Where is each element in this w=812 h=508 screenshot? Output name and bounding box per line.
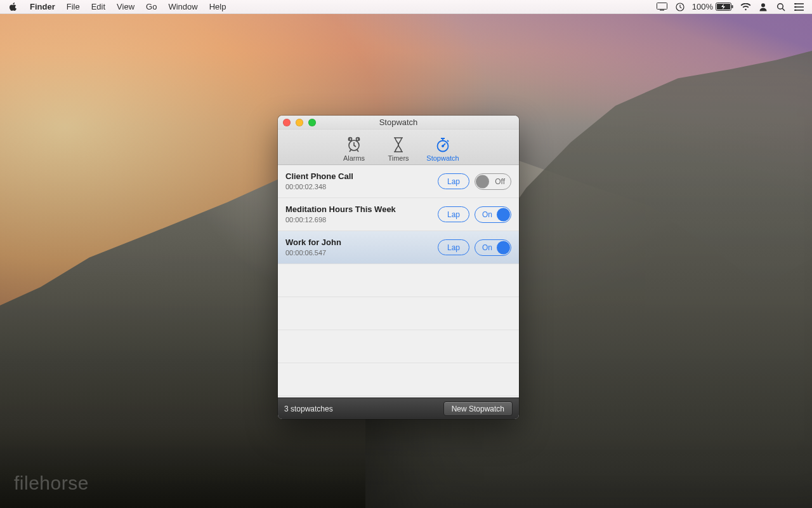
stopwatch-time: 00:00:12.698: [285, 216, 433, 224]
notification-center-icon[interactable]: [793, 2, 804, 12]
stopwatch-name: Meditation Hours This Week: [285, 204, 433, 215]
tab-alarms-label: Alarms: [343, 154, 365, 162]
toggle-label: On: [482, 210, 492, 219]
apple-menu-icon[interactable]: [8, 3, 19, 11]
svg-rect-4: [732, 5, 733, 8]
alarm-clock-icon: [335, 135, 373, 154]
battery-percent: 100%: [692, 2, 713, 11]
run-toggle[interactable]: On: [475, 206, 511, 223]
menu-app-name[interactable]: Finder: [24, 0, 61, 14]
svg-rect-1: [660, 10, 664, 11]
wifi-icon[interactable]: [740, 2, 751, 12]
new-stopwatch-button[interactable]: New Stopwatch: [443, 401, 513, 416]
toggle-label: Off: [495, 177, 505, 186]
tab-timers[interactable]: Timers: [379, 135, 417, 162]
toggle-knob: [497, 241, 510, 254]
list-empty-row: [278, 297, 519, 330]
run-toggle[interactable]: On: [475, 239, 511, 256]
stopwatch-window: Stopwatch Alarms Timers Stopwatch Client…: [278, 116, 519, 419]
toggle-label: On: [482, 243, 492, 252]
menu-edit[interactable]: Edit: [86, 0, 111, 14]
close-button[interactable]: [283, 119, 291, 126]
tab-timers-label: Timers: [388, 154, 409, 162]
svg-point-13: [794, 6, 796, 7]
spotlight-icon[interactable]: [775, 2, 787, 12]
svg-point-7: [778, 3, 783, 9]
stopwatch-time: 00:00:06.547: [285, 249, 433, 257]
zoom-button[interactable]: [308, 119, 316, 126]
stopwatch-time: 00:00:02.348: [285, 183, 433, 191]
svg-point-12: [794, 3, 796, 4]
run-toggle[interactable]: Off: [475, 173, 511, 190]
battery-status[interactable]: 100%: [692, 2, 733, 11]
stopwatch-row[interactable]: Client Phone Call 00:00:02.348 Lap Off: [278, 165, 519, 198]
display-icon[interactable]: [657, 2, 668, 12]
footer-count: 3 stopwatches: [284, 404, 437, 413]
toggle-knob: [476, 175, 489, 188]
minimize-button[interactable]: [296, 119, 303, 126]
tab-alarms[interactable]: Alarms: [335, 135, 373, 162]
stopwatch-name: Work for John: [285, 237, 433, 248]
menu-file[interactable]: File: [61, 0, 86, 14]
svg-point-6: [761, 3, 765, 7]
clock-icon[interactable]: [674, 2, 686, 12]
watermark: filehorse: [14, 472, 89, 494]
stopwatch-row[interactable]: Meditation Hours This Week 00:00:12.698 …: [278, 198, 519, 231]
traffic-lights: [283, 119, 316, 126]
list-empty-row: [278, 363, 519, 396]
menu-go[interactable]: Go: [140, 0, 162, 14]
svg-line-8: [782, 8, 785, 11]
window-title: Stopwatch: [379, 117, 418, 127]
list-empty-row: [278, 264, 519, 297]
svg-point-14: [794, 9, 796, 10]
svg-rect-0: [657, 3, 667, 10]
toolbar: Alarms Timers Stopwatch: [278, 130, 519, 165]
menu-view[interactable]: View: [111, 0, 140, 14]
toggle-knob: [497, 208, 510, 221]
menu-help[interactable]: Help: [204, 0, 232, 14]
stopwatch-icon: [424, 135, 462, 154]
stopwatch-row[interactable]: Work for John 00:00:06.547 Lap On: [278, 231, 519, 264]
hourglass-icon: [379, 135, 417, 154]
lap-button[interactable]: Lap: [438, 239, 469, 255]
lap-button[interactable]: Lap: [438, 206, 469, 222]
window-titlebar[interactable]: Stopwatch: [278, 116, 519, 130]
footer: 3 stopwatches New Stopwatch: [278, 398, 519, 419]
stopwatch-list: Client Phone Call 00:00:02.348 Lap Off M…: [278, 165, 519, 398]
list-empty-row: [278, 330, 519, 363]
stopwatch-name: Client Phone Call: [285, 171, 433, 182]
tab-stopwatch-label: Stopwatch: [426, 154, 459, 162]
menu-window[interactable]: Window: [162, 0, 203, 14]
battery-icon: [716, 3, 733, 11]
tab-stopwatch[interactable]: Stopwatch: [424, 135, 462, 162]
svg-point-19: [442, 145, 444, 147]
lap-button[interactable]: Lap: [438, 173, 469, 189]
user-icon[interactable]: [757, 2, 769, 12]
menubar: Finder File Edit View Go Window Help 100…: [0, 0, 812, 14]
